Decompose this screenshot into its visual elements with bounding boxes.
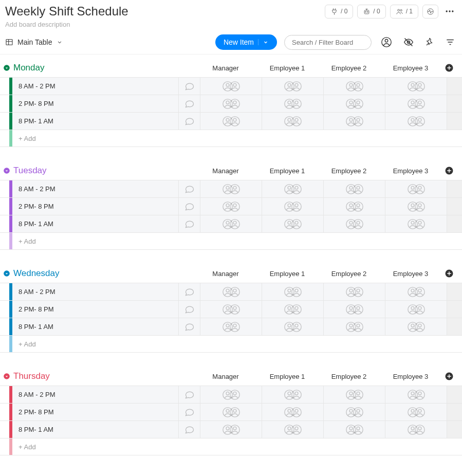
- members-badge[interactable]: / 1: [390, 5, 418, 19]
- column-header[interactable]: Employee 1: [256, 64, 318, 72]
- group-title[interactable]: Wednesday: [13, 268, 59, 279]
- conversation-cell[interactable]: [178, 386, 200, 403]
- person-cell[interactable]: [323, 215, 385, 232]
- person-cell[interactable]: [385, 78, 447, 95]
- column-header[interactable]: Employee 2: [318, 64, 380, 72]
- person-cell[interactable]: [385, 301, 447, 318]
- view-selector[interactable]: Main Table: [5, 38, 63, 46]
- person-cell[interactable]: [262, 318, 323, 335]
- add-row[interactable]: + Add: [0, 130, 462, 147]
- row-name-cell[interactable]: 2 PM- 8 PM: [12, 95, 178, 112]
- conversation-cell[interactable]: [178, 198, 200, 215]
- conversation-cell[interactable]: [178, 318, 200, 335]
- person-cell[interactable]: [385, 180, 447, 197]
- person-cell[interactable]: [323, 113, 385, 130]
- person-cell[interactable]: [323, 283, 385, 300]
- row-name-cell[interactable]: 2 PM- 8 PM: [12, 301, 178, 318]
- person-cell[interactable]: [262, 386, 323, 403]
- person-cell[interactable]: [323, 198, 385, 215]
- add-row-label[interactable]: + Add: [12, 233, 462, 249]
- person-cell[interactable]: [200, 78, 262, 95]
- column-header[interactable]: Employee 2: [318, 270, 380, 278]
- person-cell[interactable]: [200, 404, 262, 420]
- column-header[interactable]: Employee 3: [380, 167, 441, 175]
- person-cell[interactable]: [323, 180, 385, 197]
- person-cell[interactable]: [262, 113, 323, 130]
- add-column-button[interactable]: [441, 372, 457, 381]
- person-cell[interactable]: [385, 113, 447, 130]
- person-cell[interactable]: [262, 301, 323, 318]
- column-header[interactable]: Employee 1: [256, 167, 318, 175]
- row-name-cell[interactable]: 2 PM- 8 PM: [12, 404, 178, 420]
- person-cell[interactable]: [262, 421, 323, 438]
- person-cell[interactable]: [385, 215, 447, 232]
- person-cell[interactable]: [323, 78, 385, 95]
- person-cell[interactable]: [200, 95, 262, 112]
- column-header[interactable]: Employee 2: [318, 373, 380, 380]
- column-header[interactable]: Manager: [195, 373, 256, 380]
- new-item-dropdown[interactable]: [258, 39, 269, 45]
- row-name-cell[interactable]: 8 PM- 1 AM: [12, 113, 178, 130]
- person-cell[interactable]: [323, 421, 385, 438]
- group-title[interactable]: Monday: [13, 63, 44, 73]
- board-title[interactable]: Weekly Shift Schedule: [5, 4, 128, 19]
- column-header[interactable]: Employee 3: [380, 64, 441, 72]
- person-cell[interactable]: [385, 386, 447, 403]
- conversation-cell[interactable]: [178, 215, 200, 232]
- search-input[interactable]: [284, 35, 372, 50]
- person-cell[interactable]: [262, 198, 323, 215]
- person-cell[interactable]: [200, 386, 262, 403]
- person-cell[interactable]: [200, 283, 262, 300]
- automations-badge[interactable]: / 0: [357, 5, 385, 19]
- conversation-cell[interactable]: [178, 113, 200, 130]
- column-header[interactable]: Manager: [195, 270, 256, 278]
- column-header[interactable]: Employee 3: [380, 373, 441, 380]
- column-header[interactable]: Employee 3: [380, 270, 441, 278]
- collapse-icon[interactable]: [3, 167, 10, 174]
- person-cell[interactable]: [262, 180, 323, 197]
- add-row-label[interactable]: + Add: [12, 336, 462, 352]
- person-filter-button[interactable]: [379, 34, 394, 50]
- collapse-icon[interactable]: [3, 373, 10, 380]
- conversation-cell[interactable]: [178, 301, 200, 318]
- add-row-label[interactable]: + Add: [12, 438, 462, 455]
- person-cell[interactable]: [385, 198, 447, 215]
- collapse-icon[interactable]: [3, 64, 10, 71]
- row-name-cell[interactable]: 8 PM- 1 AM: [12, 318, 178, 335]
- row-name-cell[interactable]: 8 PM- 1 AM: [12, 421, 178, 438]
- person-cell[interactable]: [323, 301, 385, 318]
- add-row[interactable]: + Add: [0, 335, 462, 353]
- person-cell[interactable]: [385, 404, 447, 420]
- row-name-cell[interactable]: 8 AM - 2 PM: [12, 386, 178, 403]
- add-row[interactable]: + Add: [0, 232, 462, 250]
- person-cell[interactable]: [323, 318, 385, 335]
- person-cell[interactable]: [262, 283, 323, 300]
- new-item-button[interactable]: New Item: [215, 34, 277, 50]
- add-column-button[interactable]: [441, 63, 457, 72]
- person-cell[interactable]: [262, 215, 323, 232]
- person-cell[interactable]: [262, 78, 323, 95]
- add-column-button[interactable]: [441, 166, 457, 175]
- person-cell[interactable]: [262, 95, 323, 112]
- person-cell[interactable]: [200, 198, 262, 215]
- column-header[interactable]: Employee 1: [256, 373, 318, 380]
- group-title[interactable]: Thursday: [13, 371, 50, 381]
- conversation-cell[interactable]: [178, 95, 200, 112]
- integrations-badge[interactable]: / 0: [325, 5, 353, 19]
- add-column-button[interactable]: [441, 269, 457, 278]
- person-cell[interactable]: [385, 318, 447, 335]
- conversation-cell[interactable]: [178, 180, 200, 197]
- conversation-cell[interactable]: [178, 421, 200, 438]
- add-row-label[interactable]: + Add: [12, 130, 462, 147]
- hide-columns-button[interactable]: [401, 35, 416, 49]
- more-options-button[interactable]: [442, 4, 457, 19]
- person-cell[interactable]: [323, 404, 385, 420]
- person-cell[interactable]: [200, 318, 262, 335]
- row-name-cell[interactable]: 8 PM- 1 AM: [12, 215, 178, 232]
- person-cell[interactable]: [262, 404, 323, 420]
- column-header[interactable]: Manager: [195, 167, 256, 175]
- person-cell[interactable]: [200, 215, 262, 232]
- conversation-cell[interactable]: [178, 283, 200, 300]
- person-cell[interactable]: [200, 421, 262, 438]
- conversation-cell[interactable]: [178, 404, 200, 420]
